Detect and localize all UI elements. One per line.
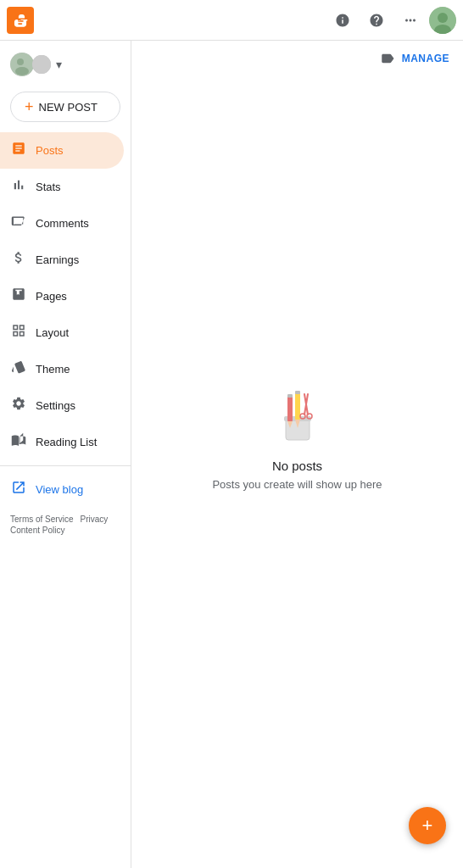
svg-rect-9 [287, 396, 293, 421]
pages-icon [10, 287, 27, 306]
theme-icon [10, 359, 27, 379]
content-policy-link[interactable]: Content Policy [10, 526, 64, 535]
topbar-icons [327, 5, 456, 36]
new-post-button[interactable]: + NEW POST [10, 92, 120, 122]
view-blog-link[interactable]: View blog [0, 471, 124, 508]
new-post-plus-icon: + [25, 99, 34, 114]
sidebar: ▾ + NEW POST Posts Stats Comments [0, 41, 131, 868]
info-icon-btn[interactable] [327, 5, 358, 36]
theme-label: Theme [36, 363, 70, 376]
sidebar-item-reading-list[interactable]: Reading List [0, 424, 124, 460]
svg-rect-12 [295, 392, 300, 420]
comments-label: Comments [36, 217, 89, 230]
posts-icon [10, 141, 27, 160]
view-blog-icon [10, 480, 27, 499]
reading-list-label: Reading List [36, 436, 97, 448]
grid-icon-btn[interactable] [395, 5, 426, 36]
no-posts-title: No posts [272, 459, 322, 473]
main-content: MANAGE [131, 41, 463, 868]
layout: ▾ + NEW POST Posts Stats Comments [0, 41, 463, 868]
empty-illustration [272, 386, 323, 445]
manage-button[interactable]: MANAGE [402, 53, 449, 64]
main-header: MANAGE [131, 41, 463, 76]
nav-divider [0, 465, 131, 466]
fab-icon: + [422, 815, 433, 837]
layout-icon [10, 323, 27, 342]
pages-label: Pages [36, 290, 67, 303]
view-blog-label: View blog [36, 483, 83, 496]
sidebar-item-stats[interactable]: Stats [0, 169, 124, 205]
blog-icon-secondary [32, 55, 51, 74]
sidebar-item-settings[interactable]: Settings [0, 387, 124, 424]
settings-icon [10, 396, 27, 415]
help-icon-btn[interactable] [361, 5, 392, 36]
stats-label: Stats [36, 181, 61, 193]
label-tag-icon [380, 51, 395, 66]
footer-links: Terms of Service Privacy Content Policy [0, 508, 131, 542]
posts-label: Posts [36, 144, 64, 157]
terms-link[interactable]: Terms of Service [10, 515, 73, 524]
sidebar-item-earnings[interactable]: Earnings [0, 242, 124, 278]
sidebar-item-comments[interactable]: Comments [0, 205, 124, 242]
new-post-label: NEW POST [39, 101, 98, 114]
sidebar-item-pages[interactable]: Pages [0, 278, 124, 314]
blog-icon-primary [10, 53, 34, 76]
svg-point-5 [15, 67, 29, 75]
sidebar-item-posts[interactable]: Posts [0, 132, 124, 169]
settings-label: Settings [36, 399, 75, 412]
empty-state: No posts Posts you create will show up h… [131, 76, 463, 868]
sidebar-item-theme[interactable]: Theme [0, 351, 124, 387]
svg-rect-11 [287, 394, 293, 398]
blog-selector[interactable]: ▾ [0, 47, 131, 81]
sidebar-item-layout[interactable]: Layout [0, 314, 124, 351]
comments-icon [10, 214, 27, 233]
reading-list-icon [10, 432, 27, 452]
blog-chevron-icon: ▾ [56, 58, 62, 71]
no-posts-subtitle: Posts you create will show up here [212, 478, 382, 491]
svg-point-4 [17, 58, 24, 65]
earnings-icon [10, 250, 27, 270]
svg-point-6 [32, 55, 51, 74]
blogger-logo[interactable] [7, 7, 34, 34]
privacy-link[interactable]: Privacy [80, 515, 108, 524]
stats-icon [10, 177, 27, 197]
earnings-label: Earnings [36, 253, 79, 266]
svg-rect-14 [295, 391, 300, 394]
topbar [0, 0, 463, 41]
layout-label: Layout [36, 326, 69, 339]
svg-point-1 [438, 13, 448, 23]
fab-button[interactable]: + [409, 807, 446, 844]
avatar[interactable] [429, 7, 456, 34]
